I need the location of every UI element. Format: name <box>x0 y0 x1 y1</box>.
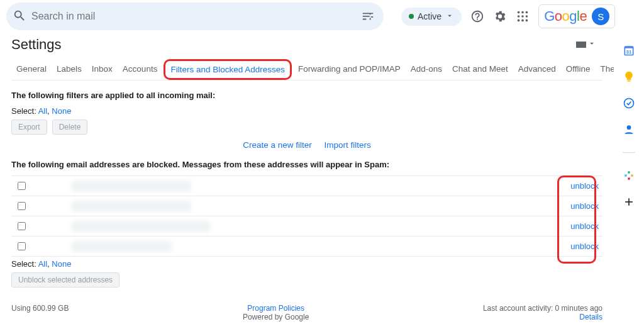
status-label: Active <box>418 11 441 21</box>
filters-heading: The following filters are applied to all… <box>11 91 602 100</box>
svg-point-1 <box>521 11 524 14</box>
slack-icon[interactable] <box>623 169 635 182</box>
highlighted-tab-annotation: Filters and Blocked Addresses <box>164 59 292 80</box>
unblock-selected-button[interactable]: Unblock selected addresses <box>11 272 119 287</box>
blocked-row: unblock <box>11 237 602 257</box>
blocked-address-redacted <box>72 201 191 212</box>
settings-icon[interactable] <box>493 9 507 24</box>
tab-filters-blocked[interactable]: Filters and Blocked Addresses <box>169 64 286 75</box>
search-input[interactable] <box>26 10 361 23</box>
svg-rect-17 <box>631 174 633 176</box>
details-link[interactable]: Details <box>579 313 602 321</box>
export-button[interactable]: Export <box>11 120 47 135</box>
tab-forwarding[interactable]: Forwarding and POP/IMAP <box>293 59 406 80</box>
select-all-link[interactable]: All <box>38 259 47 269</box>
status-dot-icon <box>409 14 414 19</box>
svg-point-3 <box>518 15 520 18</box>
filter-center-links: Create a new filter Import filters <box>11 140 602 150</box>
svg-rect-18 <box>628 177 630 179</box>
tab-advanced[interactable]: Advanced <box>513 59 561 80</box>
settings-tabs: General Labels Inbox Accounts Filters an… <box>11 59 602 81</box>
apps-icon[interactable] <box>516 9 530 24</box>
svg-rect-16 <box>628 171 630 173</box>
tasks-icon[interactable] <box>623 97 635 109</box>
avatar[interactable]: S <box>592 8 609 25</box>
calendar-icon[interactable]: 31 <box>623 44 635 57</box>
footer: Using 600.99 GB Program Policies Powered… <box>0 293 614 321</box>
select-prefix: Select: <box>11 259 38 269</box>
keep-icon[interactable] <box>623 70 635 83</box>
search-bar[interactable] <box>6 3 384 30</box>
tab-labels[interactable]: Labels <box>52 59 87 80</box>
status-chip[interactable]: Active <box>401 8 462 26</box>
svg-point-2 <box>526 11 528 14</box>
chevron-down-icon <box>445 11 454 22</box>
import-filters-link[interactable]: Import filters <box>325 140 371 150</box>
search-options-icon[interactable] <box>361 9 375 25</box>
svg-point-14 <box>627 125 631 130</box>
select-none-link[interactable]: None <box>52 259 71 269</box>
powered-by: Powered by Google <box>243 313 309 321</box>
svg-rect-15 <box>625 174 626 176</box>
create-filter-link[interactable]: Create a new filter <box>243 140 312 150</box>
svg-point-7 <box>521 20 524 22</box>
google-logo: Google <box>544 8 587 25</box>
tab-offline[interactable]: Offline <box>561 59 596 80</box>
blocked-row-checkbox[interactable] <box>18 202 26 210</box>
select-all-link[interactable]: All <box>38 106 47 116</box>
svg-rect-12 <box>628 81 631 82</box>
svg-point-8 <box>526 20 528 22</box>
tab-general[interactable]: General <box>11 59 52 80</box>
blocked-address-redacted <box>72 181 191 192</box>
blocked-table: unblock unblock unblock unblock <box>11 176 602 257</box>
select-prefix: Select: <box>11 106 38 116</box>
svg-text:31: 31 <box>626 49 631 55</box>
search-icon <box>13 9 26 25</box>
filters-select-line: Select: All, None <box>11 106 602 116</box>
delete-button[interactable]: Delete <box>52 120 88 135</box>
blocked-row: unblock <box>11 196 602 216</box>
tab-accounts[interactable]: Accounts <box>118 59 163 80</box>
blocked-row-checkbox[interactable] <box>18 182 26 190</box>
last-activity: Last account activity: 0 minutes ago <box>483 304 602 313</box>
page-title: Settings <box>11 36 62 53</box>
program-policies-link[interactable]: Program Policies <box>247 304 304 313</box>
density-selector[interactable] <box>576 39 596 50</box>
blocked-row-checkbox[interactable] <box>18 222 26 230</box>
side-panel: 31 <box>614 35 644 329</box>
svg-point-0 <box>518 11 520 14</box>
blocked-row: unblock <box>11 216 602 237</box>
svg-point-4 <box>521 15 524 18</box>
blocked-select-line: Select: All, None <box>11 259 602 269</box>
blocked-row-checkbox[interactable] <box>18 242 26 250</box>
rail-separator <box>623 152 635 153</box>
account-brand-box[interactable]: Google S <box>538 4 615 28</box>
tab-chat-meet[interactable]: Chat and Meet <box>447 59 513 80</box>
footer-usage: Using 600.99 GB <box>11 304 69 313</box>
tab-inbox[interactable]: Inbox <box>87 59 118 80</box>
blocked-heading: The following email addresses are blocke… <box>11 160 602 169</box>
tab-addons[interactable]: Add-ons <box>406 59 447 80</box>
add-panel-icon[interactable] <box>623 196 635 208</box>
blocked-address-redacted <box>72 221 210 232</box>
svg-point-5 <box>526 15 528 18</box>
blocked-row: unblock <box>11 176 602 196</box>
svg-point-6 <box>518 20 520 22</box>
unblock-highlight-annotation <box>557 176 596 264</box>
select-none-link[interactable]: None <box>52 106 71 116</box>
chevron-down-icon <box>587 39 596 50</box>
app-header: Active Google S <box>0 0 614 36</box>
contacts-icon[interactable] <box>623 123 635 136</box>
help-icon[interactable] <box>470 9 484 24</box>
blocked-address-redacted <box>72 241 172 252</box>
density-icon <box>576 42 586 48</box>
svg-point-13 <box>625 99 634 108</box>
